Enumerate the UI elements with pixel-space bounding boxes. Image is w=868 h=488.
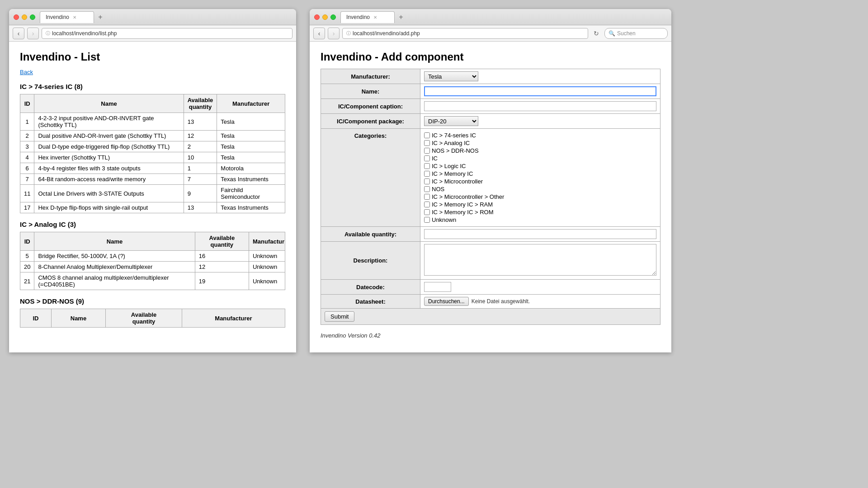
manufacturer-row: Manufacturer: Tesla xyxy=(321,69,660,84)
left-tab-invendino[interactable]: Invendino ✕ xyxy=(40,11,94,23)
category-checkbox[interactable] xyxy=(424,209,430,215)
submit-button[interactable]: Submit xyxy=(325,311,354,322)
left-close-button[interactable] xyxy=(14,14,19,20)
col-qty-3: Availablequantity xyxy=(106,309,182,328)
left-forward-nav-button[interactable]: › xyxy=(27,28,39,39)
table-row: 4 Hex inverter (Schottky TTL) 10 Tesla xyxy=(20,152,285,163)
category-checkbox[interactable] xyxy=(424,171,430,177)
row-mfr: Tesla xyxy=(217,113,285,131)
category-item: NOS > DDR-NOS xyxy=(424,147,656,154)
col-mfr-2: Manufactur xyxy=(249,232,285,251)
name-row: Name: xyxy=(321,84,660,99)
left-back-nav-button[interactable]: ‹ xyxy=(13,28,24,39)
table-row: 1 4-2-3-2 input positive AND-OR-INVERT g… xyxy=(20,113,285,131)
row-id: 5 xyxy=(20,251,34,262)
left-new-tab-button[interactable]: + xyxy=(96,13,105,22)
right-search-bar[interactable]: 🔍 Suchen xyxy=(604,28,668,39)
table-row: 2 Dual positive AND-OR-Invert gate (Scho… xyxy=(20,131,285,141)
package-select[interactable]: DIP-20 xyxy=(424,116,478,126)
row-mfr: Tesla xyxy=(217,152,285,163)
datecode-row: Datecode: xyxy=(321,280,660,295)
category-label: IC > Memory IC xyxy=(432,170,473,177)
col-id-1: ID xyxy=(20,94,34,113)
row-qty: 19 xyxy=(195,272,249,290)
category-checkbox[interactable] xyxy=(424,163,430,169)
row-id: 1 xyxy=(20,113,34,131)
section-3-heading: NOS > DDR-NOS (9) xyxy=(20,297,285,305)
row-id: 21 xyxy=(20,272,34,290)
right-tab-invendino[interactable]: Invendino ✕ xyxy=(340,11,395,23)
table-row: 5 Bridge Rectifier, 50-1000V, 1A (?) 16 … xyxy=(20,251,285,262)
left-page-title: Invendino - List xyxy=(20,51,285,63)
row-name: Dual positive AND-OR-Invert gate (Schott… xyxy=(34,131,184,141)
description-textarea[interactable] xyxy=(424,244,656,276)
table-row: 7 64-Bit random-access read/write memory… xyxy=(20,174,285,185)
category-item: IC > Logic IC xyxy=(424,163,656,169)
right-address-bar[interactable]: ⓘ localhost/invendino/add.php xyxy=(342,28,588,39)
category-checkbox[interactable] xyxy=(424,217,430,223)
browse-button[interactable]: Durchsuchen... xyxy=(424,297,469,306)
right-new-tab-button[interactable]: + xyxy=(396,13,406,22)
categories-cell: IC > 74-series IC IC > Analog IC NOS > D… xyxy=(420,129,660,227)
category-item: IC xyxy=(424,155,656,162)
manufacturer-value-cell: Tesla xyxy=(420,69,660,84)
left-address-bar[interactable]: ⓘ localhost/invendino/list.php xyxy=(42,28,292,39)
category-item: IC > Memory IC > RAM xyxy=(424,201,656,208)
left-title-bar: Invendino ✕ + xyxy=(9,9,296,25)
datecode-input[interactable] xyxy=(424,282,451,292)
category-checkbox[interactable] xyxy=(424,178,430,184)
name-value-cell xyxy=(420,84,660,99)
category-checkbox[interactable] xyxy=(424,194,430,200)
right-traffic-lights xyxy=(314,14,336,20)
category-checkbox[interactable] xyxy=(424,186,430,192)
right-back-nav-button[interactable]: ‹ xyxy=(313,28,325,39)
row-name: Hex D-type flip-flops with single-rail o… xyxy=(34,202,184,213)
qty-input[interactable] xyxy=(424,229,656,239)
table-ddr: ID Name Availablequantity Manufacturer xyxy=(20,309,285,328)
datecode-value-cell xyxy=(420,280,660,295)
row-id: 17 xyxy=(20,202,34,213)
row-mfr: Unknown xyxy=(249,251,285,262)
category-checkbox[interactable] xyxy=(424,140,430,146)
right-forward-nav-button[interactable]: › xyxy=(328,28,340,39)
table-analog: ID Name Available quantity Manufactur 5 … xyxy=(20,232,285,290)
category-checkbox[interactable] xyxy=(424,132,430,138)
right-refresh-button[interactable]: ↻ xyxy=(591,28,602,39)
right-maximize-button[interactable] xyxy=(330,14,336,20)
category-checkbox[interactable] xyxy=(424,155,430,161)
right-tab-close-icon[interactable]: ✕ xyxy=(373,15,377,20)
file-input-group: Durchsuchen... Keine Datei ausgewählt. xyxy=(424,297,656,306)
table-row: 11 Octal Line Drivers with 3-STATE Outpu… xyxy=(20,185,285,202)
caption-value-cell xyxy=(420,99,660,114)
caption-input[interactable] xyxy=(424,101,656,111)
left-tab-close-icon[interactable]: ✕ xyxy=(73,15,76,20)
package-row: IC/Component package: DIP-20 xyxy=(321,114,660,129)
category-checkbox[interactable] xyxy=(424,202,430,207)
category-item: IC > Analog IC xyxy=(424,140,656,146)
right-page-content: Invendino - Add component Manufacturer: … xyxy=(310,42,671,352)
table-row: 6 4-by-4 register files with 3 state out… xyxy=(20,163,285,174)
left-back-link[interactable]: Back xyxy=(20,69,285,75)
category-checkbox[interactable] xyxy=(424,148,430,154)
datasheet-value-cell: Durchsuchen... Keine Datei ausgewählt. xyxy=(420,295,660,309)
left-lock-icon: ⓘ xyxy=(46,30,50,37)
row-id: 2 xyxy=(20,131,34,141)
manufacturer-select[interactable]: Tesla xyxy=(424,71,478,81)
category-label: IC > Analog IC xyxy=(432,140,470,146)
row-id: 11 xyxy=(20,185,34,202)
row-name: Octal Line Drivers with 3-STATE Outputs xyxy=(34,185,184,202)
left-maximize-button[interactable] xyxy=(30,14,35,20)
category-label: IC xyxy=(432,155,438,162)
row-qty: 12 xyxy=(184,131,217,141)
name-input[interactable] xyxy=(424,86,656,96)
right-title-bar: Invendino ✕ + xyxy=(310,9,671,25)
left-tab-bar: Invendino ✕ + xyxy=(40,11,292,23)
right-minimize-button[interactable] xyxy=(322,14,328,20)
col-name-2: Name xyxy=(34,232,195,251)
right-search-placeholder: Suchen xyxy=(617,30,636,37)
version-text: Invendino Version 0.42 xyxy=(321,332,660,339)
categories-label: Categories: xyxy=(321,129,420,227)
right-close-button[interactable] xyxy=(314,14,320,20)
left-minimize-button[interactable] xyxy=(22,14,27,20)
col-name-3: Name xyxy=(51,309,105,328)
